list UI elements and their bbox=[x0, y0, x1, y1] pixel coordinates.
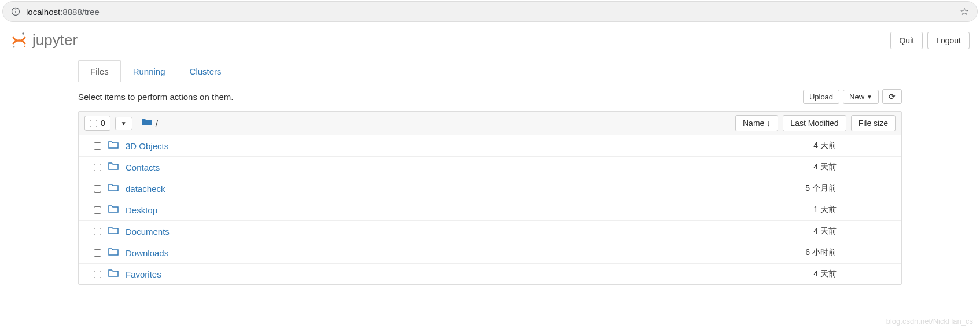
refresh-button[interactable]: ⟳ bbox=[882, 89, 902, 104]
file-modified: 4 天前 bbox=[767, 162, 837, 172]
sort-modified-button[interactable]: Last Modified bbox=[783, 115, 846, 131]
row-checkbox[interactable] bbox=[94, 206, 101, 214]
file-name-link[interactable]: Documents bbox=[126, 227, 170, 236]
file-row: datacheck5 个月前 bbox=[79, 178, 901, 199]
file-name-link[interactable]: 3D Objects bbox=[126, 141, 168, 151]
selected-count: 0 bbox=[101, 119, 105, 128]
logout-button[interactable]: Logout bbox=[927, 32, 970, 49]
bookmark-star-icon[interactable]: ☆ bbox=[960, 5, 969, 18]
file-row: Downloads6 小时前 bbox=[79, 242, 901, 264]
jupyter-logo[interactable]: jupyter bbox=[10, 31, 78, 49]
caret-down-icon: ▼ bbox=[867, 94, 872, 100]
file-modified: 4 天前 bbox=[767, 269, 837, 279]
toolbar-row: Select items to perform actions on them.… bbox=[78, 82, 902, 111]
select-hint: Select items to perform actions on them. bbox=[78, 92, 233, 102]
file-name-link[interactable]: Contacts bbox=[126, 162, 160, 172]
jupyter-logo-text: jupyter bbox=[32, 31, 78, 49]
select-all-checkbox[interactable] bbox=[90, 120, 97, 127]
file-name-link[interactable]: datacheck bbox=[126, 184, 165, 194]
row-checkbox[interactable] bbox=[94, 249, 101, 257]
caret-down-icon: ▼ bbox=[121, 120, 127, 127]
file-row: Documents4 天前 bbox=[79, 221, 901, 242]
folder-icon bbox=[108, 247, 119, 258]
arrow-down-icon: ↓ bbox=[767, 119, 771, 128]
jupyter-logo-icon bbox=[10, 32, 28, 49]
file-name-link[interactable]: Favorites bbox=[126, 269, 161, 279]
file-list: 0 ▼ / Name ↓ Last Modified File size 3D … bbox=[78, 111, 902, 285]
tab-running[interactable]: Running bbox=[121, 60, 178, 82]
folder-icon bbox=[108, 183, 119, 194]
svg-rect-2 bbox=[15, 10, 16, 10]
page-header: jupyter Quit Logout bbox=[0, 27, 980, 54]
tab-clusters[interactable]: Clusters bbox=[178, 60, 234, 82]
folder-icon bbox=[108, 162, 119, 172]
url-path: :8888/tree bbox=[60, 7, 100, 17]
url-text: localhost:8888/tree bbox=[26, 7, 960, 17]
folder-icon bbox=[108, 226, 119, 236]
quit-button[interactable]: Quit bbox=[890, 32, 923, 49]
breadcrumb-root: / bbox=[156, 119, 158, 128]
sort-name-button[interactable]: Name ↓ bbox=[735, 115, 778, 131]
file-modified: 4 天前 bbox=[767, 226, 837, 236]
select-all-box[interactable]: 0 bbox=[84, 116, 110, 131]
file-modified: 6 小时前 bbox=[767, 247, 837, 258]
info-icon bbox=[11, 7, 20, 16]
new-button[interactable]: New▼ bbox=[843, 90, 879, 104]
file-modified: 1 天前 bbox=[767, 205, 837, 215]
folder-icon bbox=[108, 205, 119, 215]
refresh-icon: ⟳ bbox=[889, 92, 896, 101]
breadcrumb[interactable]: / bbox=[142, 118, 158, 128]
file-row: Desktop1 天前 bbox=[79, 199, 901, 221]
file-name-link[interactable]: Downloads bbox=[126, 248, 168, 258]
file-row: Contacts4 天前 bbox=[79, 157, 901, 178]
file-list-header: 0 ▼ / Name ↓ Last Modified File size bbox=[79, 112, 901, 135]
header-buttons: Quit Logout bbox=[890, 32, 970, 49]
folder-icon bbox=[142, 118, 152, 128]
address-bar[interactable]: localhost:8888/tree ☆ bbox=[2, 1, 978, 22]
file-row: Favorites4 天前 bbox=[79, 264, 901, 284]
row-checkbox[interactable] bbox=[94, 271, 101, 278]
new-button-label: New bbox=[849, 93, 864, 101]
file-modified: 4 天前 bbox=[767, 141, 837, 151]
file-modified: 5 个月前 bbox=[767, 183, 837, 194]
svg-point-3 bbox=[22, 32, 24, 35]
file-row: 3D Objects4 天前 bbox=[79, 135, 901, 157]
row-checkbox[interactable] bbox=[94, 164, 101, 171]
folder-icon bbox=[108, 269, 119, 279]
row-checkbox[interactable] bbox=[94, 142, 101, 150]
folder-icon bbox=[108, 141, 119, 151]
sort-size-button[interactable]: File size bbox=[851, 115, 896, 131]
svg-point-4 bbox=[13, 46, 15, 47]
svg-point-5 bbox=[24, 45, 25, 46]
row-checkbox[interactable] bbox=[94, 228, 101, 235]
tab-files[interactable]: Files bbox=[78, 60, 121, 82]
svg-rect-1 bbox=[15, 11, 16, 13]
row-checkbox[interactable] bbox=[94, 185, 101, 193]
name-col-label: Name bbox=[743, 119, 764, 128]
file-name-link[interactable]: Desktop bbox=[126, 205, 157, 215]
tabs: Files Running Clusters bbox=[78, 60, 902, 82]
url-host: localhost bbox=[26, 7, 60, 17]
upload-button[interactable]: Upload bbox=[803, 90, 839, 104]
select-menu-button[interactable]: ▼ bbox=[115, 117, 132, 130]
